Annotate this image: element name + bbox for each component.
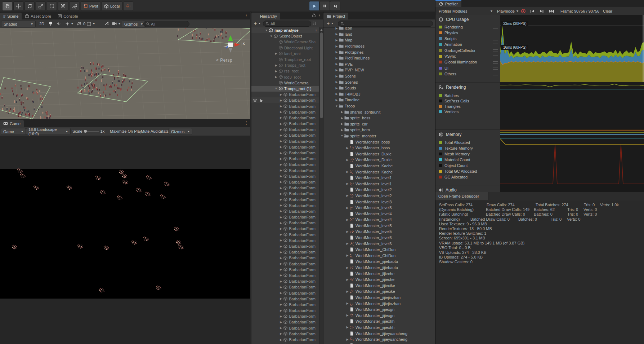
- foldout-arrow[interactable]: ▶: [340, 128, 344, 132]
- camera-settings-dropdown[interactable]: ▼: [110, 21, 122, 27]
- profiler-legend-item[interactable]: Mesh Memory: [435, 151, 500, 156]
- foldout-arrow[interactable]: ▶: [279, 110, 283, 114]
- foldout-arrow[interactable]: ▶: [340, 116, 344, 120]
- drag-handle[interactable]: [493, 67, 498, 70]
- foldout-arrow[interactable]: ▶: [279, 221, 283, 225]
- hierarchy-item[interactable]: ▶BarbarianForm: [251, 103, 319, 109]
- hierarchy-item[interactable]: ▶BarbarianForm: [251, 197, 319, 202]
- project-asset-item[interactable]: WordMonster_level5: [323, 223, 435, 229]
- hierarchy-item[interactable]: ▶BarbarianForm: [251, 203, 319, 208]
- effects-dropdown[interactable]: ▼: [63, 21, 75, 27]
- project-asset-item[interactable]: ▶WorldMonster_jijieyuancheng: [323, 336, 435, 343]
- foldout-arrow[interactable]: ▶: [279, 227, 283, 230]
- project-folder-item[interactable]: ▶Scene: [323, 73, 435, 79]
- foldout-arrow[interactable]: ▶: [335, 62, 339, 66]
- scene-persp-label[interactable]: < Persp: [216, 58, 232, 63]
- foldout-arrow[interactable]: ▶: [335, 87, 339, 90]
- project-folder-item[interactable]: ▶sprite_hero: [323, 127, 435, 133]
- foldout-arrow[interactable]: ▶: [335, 45, 339, 48]
- hierarchy-item[interactable]: ▶BarbarianForm: [251, 302, 319, 308]
- hierarchy-item[interactable]: ▶Troops_root: [251, 62, 319, 68]
- foldout-arrow[interactable]: ▶: [279, 239, 283, 242]
- foldout-arrow[interactable]: ▶: [279, 326, 283, 330]
- tab-game[interactable]: Game: [0, 120, 24, 127]
- hierarchy-item[interactable]: ▶BarbarianForm: [251, 319, 319, 325]
- lighting-toggle[interactable]: [47, 21, 54, 27]
- project-asset-item[interactable]: ▶WordMonster_level4: [323, 217, 435, 223]
- hierarchy-item[interactable]: ▶BarbarianForm: [251, 255, 319, 261]
- hierarchy-item[interactable]: ▶BarbarianForm: [251, 191, 319, 197]
- foldout-arrow[interactable]: ▶: [279, 157, 283, 160]
- hierarchy-item[interactable]: ▶BarbarianForm: [251, 290, 319, 296]
- profiler-legend-item[interactable]: Others: [435, 71, 500, 76]
- foldout-arrow[interactable]: ▶: [335, 98, 339, 102]
- foldout-arrow[interactable]: ▶: [279, 93, 283, 96]
- project-folder-item[interactable]: ▶sprite_boss: [323, 115, 435, 121]
- hierarchy-item[interactable]: ▶BarbarianForm: [251, 127, 319, 132]
- project-folder-item[interactable]: ▶Souds: [323, 85, 435, 91]
- project-folder-item[interactable]: ▶Timeline: [323, 97, 435, 103]
- hierarchy-item[interactable]: Directional Light: [251, 45, 319, 51]
- project-folder-item[interactable]: ▶land: [323, 31, 435, 38]
- foldout-arrow[interactable]: ▶: [274, 64, 278, 67]
- drag-handle[interactable]: [493, 56, 498, 58]
- hierarchy-item[interactable]: ▶BarbarianForm: [251, 243, 319, 249]
- foldout-arrow[interactable]: ▶: [279, 163, 283, 166]
- profiler-legend-item[interactable]: VSync: [435, 54, 500, 59]
- hierarchy-item[interactable]: ▶BarbarianForm: [251, 115, 319, 121]
- project-asset-item[interactable]: WorldMonster_jijieyuancheng: [323, 330, 435, 336]
- project-asset-item[interactable]: WorldMonster_jijiejinzhan: [323, 295, 435, 301]
- hierarchy-item[interactable]: ▶BarbarianForm: [251, 220, 319, 226]
- profiler-legend-item[interactable]: Physics: [435, 30, 500, 35]
- project-asset-item[interactable]: WordMonster_level3: [323, 199, 435, 205]
- hierarchy-item[interactable]: ▶BarbarianForm: [251, 267, 319, 273]
- play-button[interactable]: [309, 1, 319, 11]
- rotate-tool-button[interactable]: [24, 1, 35, 11]
- hierarchy-item[interactable]: ▶BarbarianForm: [251, 226, 319, 231]
- record-button[interactable]: [519, 8, 528, 14]
- hierarchy-item[interactable]: ▶BarbarianForm: [251, 238, 319, 243]
- scene-search-input[interactable]: All: [143, 21, 189, 27]
- hierarchy-item[interactable]: ▶rss_root: [251, 68, 319, 74]
- foldout-arrow[interactable]: ▶: [345, 338, 349, 341]
- foldout-arrow[interactable]: ▶: [279, 321, 283, 324]
- project-folder-item[interactable]: ▶PVE: [323, 61, 435, 67]
- foldout-arrow[interactable]: ▶: [279, 309, 283, 312]
- move-tool-button[interactable]: [13, 1, 23, 11]
- foldout-arrow[interactable]: ▶: [335, 27, 339, 30]
- drag-handle[interactable]: [493, 44, 498, 46]
- hierarchy-item[interactable]: ▶BarbarianForm: [251, 132, 319, 138]
- scene-gizmos-dropdown[interactable]: Gizmos▼: [122, 21, 146, 27]
- profiler-legend-item[interactable]: GC Allocated: [435, 174, 500, 180]
- hierarchy-item[interactable]: ▶BarbarianForm: [251, 162, 319, 167]
- project-folder-item[interactable]: ▶T4MOBJ: [323, 91, 435, 97]
- project-asset-item[interactable]: WordMonster_level1: [323, 175, 435, 181]
- drag-handle[interactable]: [493, 38, 498, 40]
- profiler-module-rendering[interactable]: RenderingBatchesSetPass CallsTrianglesVe…: [435, 82, 500, 129]
- audio-toggle[interactable]: [55, 21, 63, 27]
- profiler-legend-item[interactable]: Triangles: [435, 103, 500, 109]
- open-frame-debugger-button[interactable]: Open Frame Debugger: [435, 192, 488, 200]
- project-asset-item[interactable]: WordMonster_Kache: [323, 163, 435, 169]
- scrollbar-thumb[interactable]: [320, 32, 323, 118]
- foldout-arrow[interactable]: ▶: [279, 186, 283, 190]
- hierarchy-item[interactable]: ▶BarbarianForm: [251, 273, 319, 278]
- customs-tool-button[interactable]: [69, 1, 79, 11]
- project-asset-item[interactable]: ▶WordMonster_level3: [323, 205, 435, 211]
- hand-tool-button[interactable]: [2, 1, 12, 11]
- profiler-legend-item[interactable]: SetPass Calls: [435, 98, 500, 103]
- hierarchy-item[interactable]: ▶BarbarianForm: [251, 208, 319, 214]
- foldout-arrow[interactable]: ▶: [345, 218, 349, 221]
- hierarchy-panel-menu-icon[interactable]: ⋮: [317, 13, 322, 18]
- project-asset-item[interactable]: ▶WorldMonster_jijiebaotu: [323, 265, 435, 271]
- project-asset-item[interactable]: WorldMonster_jijiexhh: [323, 318, 435, 325]
- project-asset-item[interactable]: ▶WorldMonster_jijiejinzhan: [323, 300, 435, 306]
- project-folder-item[interactable]: ▶PlotTimeLines: [323, 55, 435, 61]
- foldout-arrow[interactable]: ▶: [279, 192, 283, 195]
- profiler-module-memory[interactable]: MemoryTotal AllocatedTexture MemoryMesh …: [435, 129, 500, 185]
- profiler-module-cpu-usage[interactable]: CPU UsageRenderingPhysicsScriptsAnimatio…: [435, 15, 500, 82]
- scale-slider-knob[interactable]: [84, 130, 87, 133]
- project-asset-item[interactable]: WordMonster_boss: [323, 139, 435, 145]
- profiler-legend-item[interactable]: Texture Memory: [435, 145, 500, 151]
- scale-tool-button[interactable]: [36, 1, 46, 11]
